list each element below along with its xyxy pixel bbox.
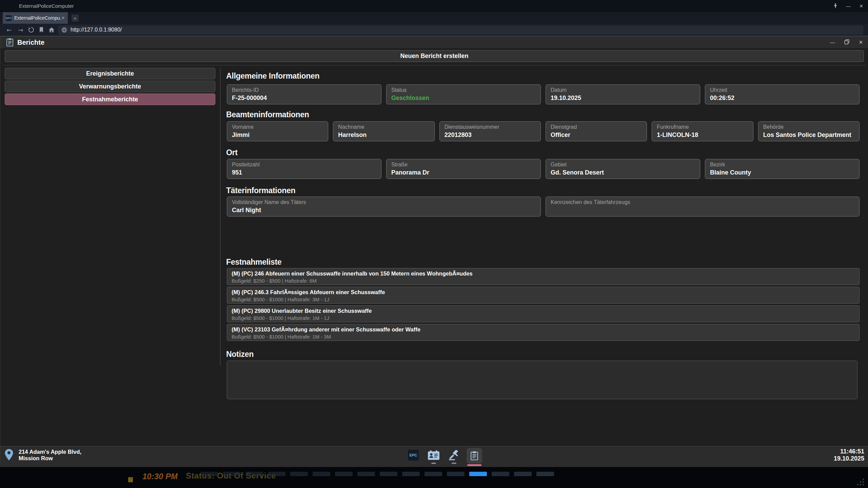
taskbar-active-indicator [467,464,481,466]
charge-list-item[interactable]: (M) (PC) 29800 Unerlaubter Besitz einer … [227,305,860,322]
field-value: Los Santos Police Department [763,131,854,139]
charge-list-item[interactable]: (M) (PC) 246 Abfeuern einer Schusswaffe … [227,268,860,285]
hotbar-slot [492,472,509,476]
taskbar-court[interactable] [447,449,461,464]
charge-detail: Bußgeld: $250 - $500 | Haftstrafe: 6M [232,278,855,284]
field-datum[interactable]: Datum 19.10.2025 [546,84,700,104]
clipboard-icon [470,451,478,461]
field-value: Jimmi [232,131,323,139]
tab-close-icon[interactable]: ✕ [61,16,65,20]
location-pin-icon [4,449,14,462]
browser-addressbar: ← → http://127.0.0.1:8080/ [0,24,868,36]
field-label: Bezirk [710,162,854,168]
field-label: Status [391,87,536,93]
game-hotbar [201,472,554,476]
sidebar-item-verwarnungsberichte[interactable]: Verwarnungsberichte [5,81,215,92]
field-value: Blaine County [710,169,854,176]
field-funkrufname[interactable]: Funkrufname 1-LINCOLN-18 [652,121,753,141]
hotbar-slot [335,472,353,476]
app-minimize-button[interactable]: — [829,39,835,45]
field-bezirk[interactable]: Bezirk Blaine County [705,159,860,179]
hotbar-slot [201,472,218,476]
os-close-button[interactable]: ✕ [858,3,865,9]
field-uhrzeit[interactable]: Uhrzeit 00:26:52 [705,84,860,104]
hotbar-slot [357,472,375,476]
os-window-title: ExternalPoliceComputer [19,3,74,9]
field-nachname[interactable]: Nachname Harrelson [333,121,434,141]
app-statusbar: 214 Adam's Apple Blvd, Mission Row EPC [0,446,868,467]
app-close-button[interactable]: ✕ [858,39,864,45]
hotbar-slot [425,472,442,476]
pin-icon[interactable] [832,3,839,9]
app-taskbar: EPC [406,449,482,466]
field-label: Berichts-ID [232,87,376,93]
field-vorname[interactable]: Vorname Jimmi [227,121,328,141]
field-value: Gd. Senora Desert [551,169,695,176]
home-icon[interactable] [48,26,55,33]
field-label: Funkrufname [657,124,748,130]
status-value: Geschlossen [391,95,536,102]
sidebar-item-festnahmeberichte[interactable]: Festnahmeberichte [5,94,215,105]
field-strasse[interactable]: Straße Panorama Dr [386,159,541,179]
globe-icon [61,27,67,33]
clock-block: 11:46:51 19.10.2025 [834,448,864,462]
field-berichts-id[interactable]: Berichts-ID F-25-000004 [227,84,381,104]
app-maximize-button[interactable] [844,39,850,45]
section-title-general: Allgemeine Informationen [226,72,319,81]
hotbar-slot [447,472,465,476]
bookmark-icon[interactable] [38,26,45,33]
new-tab-button[interactable]: + [72,15,79,22]
statusbar-time: 11:46:51 [834,448,864,455]
field-dienstgrad[interactable]: Dienstgrad Officer [546,121,647,141]
notes-textarea[interactable] [227,361,857,399]
section-title-officer: Beamteninformationen [226,110,309,119]
field-value: 22012803 [445,131,536,139]
charge-title: (M) (VC) 23103 GefÃ¤hrdung anderer mit e… [232,326,855,333]
app-window-controls: — ✕ [829,36,864,48]
hotbar-slot [223,472,241,476]
statusbar-date: 19.10.2025 [834,455,864,462]
field-postleitzahl[interactable]: Postleitzahl 951 [227,159,381,179]
hotbar-slot [514,472,532,476]
resize-grip[interactable] [863,479,864,480]
divider [3,65,866,65]
field-label: Gebiet [551,162,695,168]
hotbar-slot [380,472,397,476]
charge-title: (M) (PC) 246.3 FahrlÃ¤ssiges Abfeuern ei… [232,289,855,296]
app-titlebar: Berichte — ✕ [0,36,868,48]
url-field[interactable]: http://127.0.0.1:8080/ [58,25,863,35]
field-gebiet[interactable]: Gebiet Gd. Senora Desert [546,159,700,179]
taskbar-indicator [431,463,436,464]
hotbar-slot [313,472,330,476]
charge-list-item[interactable]: (M) (PC) 246.3 FahrlÃ¤ssiges Abfeuern ei… [227,287,860,304]
id-card-icon [428,450,440,460]
field-dienstausweisnummer[interactable]: Dienstausweisnummer 22012803 [439,121,541,141]
taskbar-reports-active[interactable] [467,449,482,466]
refresh-icon[interactable] [28,26,35,33]
field-label: Straße [391,162,536,168]
hotbar-slot [245,472,263,476]
os-minimize-button[interactable]: — [845,3,852,9]
section-title-charges: Festnahmeliste [226,258,281,267]
hotbar-slot [402,472,420,476]
field-label: Dienstgrad [551,124,642,130]
taskbar-epc-logo[interactable]: EPC [406,449,421,461]
field-status[interactable]: Status Geschlossen [386,84,541,104]
app-title: Berichte [17,39,44,46]
field-taeter-name[interactable]: Vollständiger Name des Täters Carl Night [227,197,541,217]
field-value: Officer [551,131,642,139]
taskbar-id-card[interactable] [426,449,441,464]
charge-list-item[interactable]: (M) (VC) 23103 GefÃ¤hrdung anderer mit e… [227,324,860,341]
sidebar-item-ereignisberichte[interactable]: Ereignisberichte [5,68,215,79]
forward-icon[interactable]: → [16,26,25,34]
browser-tab[interactable]: EPC ExternalPoliceCompu... ✕ [3,12,68,24]
field-behoerde[interactable]: Behörde Los Santos Police Department [758,121,860,141]
field-value: F-25-000004 [232,95,376,102]
os-titlebar: ExternalPoliceComputer — ✕ [0,0,868,12]
new-report-button[interactable]: Neuen Bericht erstellen [5,50,864,62]
general-fields-row: Berichts-ID F-25-000004 Status Geschloss… [227,84,860,104]
charge-detail: Bußgeld: $500 - $1000 | Haftstrafe: 3M -… [232,297,855,302]
charge-detail: Bußgeld: $500 - $1000 | Haftstrafe: 1M -… [232,334,855,340]
field-kennzeichen[interactable]: Kennzeichen des Täterfahrzeugs [546,197,860,217]
back-icon[interactable]: ← [5,26,14,34]
